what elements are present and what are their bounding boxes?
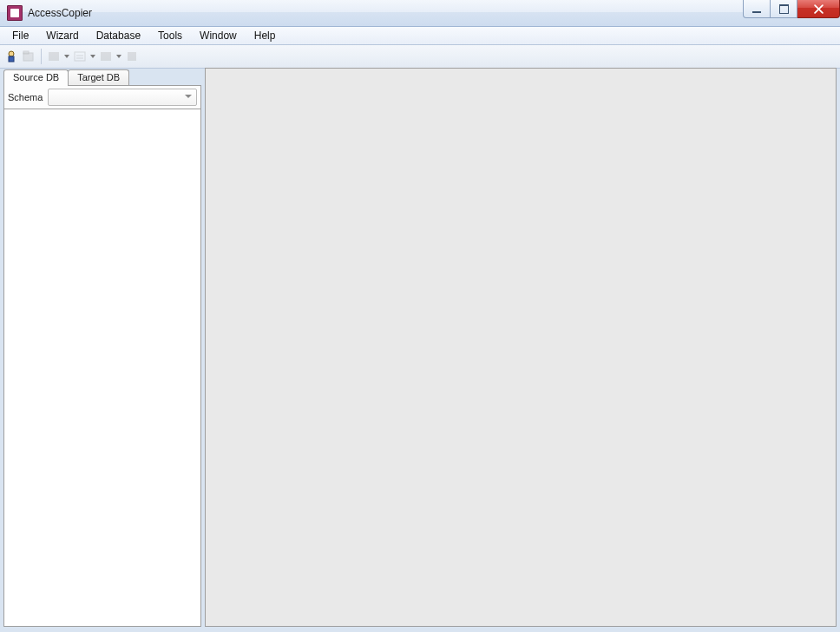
- tab-source-db[interactable]: Source DB: [3, 69, 69, 86]
- toolbar-action3-dropdown[interactable]: [115, 49, 122, 64]
- svg-rect-7: [128, 52, 136, 61]
- svg-rect-4: [49, 52, 59, 61]
- db-tabs: Source DB Target DB: [3, 68, 201, 85]
- app-icon: [7, 5, 23, 21]
- svg-point-0: [9, 51, 14, 56]
- schema-label: Schema: [8, 92, 43, 102]
- menu-window[interactable]: Window: [191, 27, 246, 44]
- toolbar-wizard-icon[interactable]: [3, 49, 19, 64]
- client-area: Source DB Target DB Schema: [3, 68, 837, 627]
- tab-target-db[interactable]: Target DB: [68, 69, 129, 85]
- title-bar: AccessCopier: [0, 0, 840, 27]
- menu-wizard[interactable]: Wizard: [37, 27, 87, 44]
- close-button[interactable]: [797, 0, 840, 18]
- menu-tools[interactable]: Tools: [149, 27, 191, 44]
- schema-tree[interactable]: [3, 109, 201, 627]
- toolbar-action3-icon[interactable]: [98, 49, 114, 64]
- window-controls: [743, 0, 840, 18]
- menu-help[interactable]: Help: [246, 27, 285, 44]
- toolbar-action2-icon[interactable]: [72, 49, 88, 64]
- left-panel: Source DB Target DB Schema: [3, 68, 201, 627]
- svg-rect-6: [101, 52, 111, 61]
- svg-rect-3: [23, 51, 29, 54]
- svg-rect-1: [9, 56, 14, 62]
- menu-database[interactable]: Database: [88, 27, 149, 44]
- toolbar-separator: [41, 49, 42, 64]
- window-title: AccessCopier: [28, 7, 92, 19]
- schema-bar: Schema: [3, 85, 201, 109]
- toolbar-action2-dropdown[interactable]: [89, 49, 96, 64]
- toolbar-open-icon[interactable]: [21, 49, 36, 64]
- minimize-button[interactable]: [743, 0, 771, 18]
- menu-file[interactable]: File: [3, 27, 37, 44]
- toolbar: [0, 45, 840, 69]
- toolbar-action4-icon[interactable]: [124, 49, 140, 64]
- schema-select[interactable]: [48, 89, 197, 106]
- toolbar-action1-icon[interactable]: [46, 49, 62, 64]
- mdi-workspace: [205, 68, 837, 627]
- toolbar-action1-dropdown[interactable]: [63, 49, 70, 64]
- maximize-button[interactable]: [771, 0, 797, 18]
- svg-rect-5: [75, 52, 85, 61]
- menu-bar: File Wizard Database Tools Window Help: [0, 27, 840, 45]
